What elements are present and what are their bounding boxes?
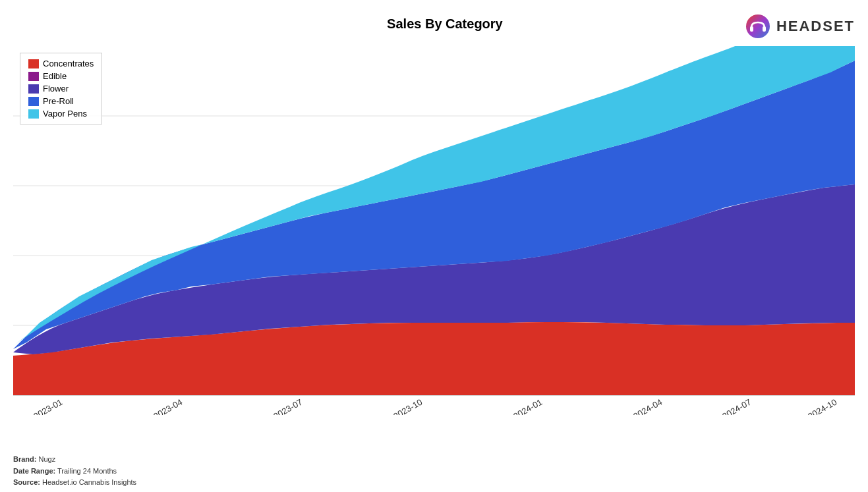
chart-footer: Brand: Nugz Date Range: Trailing 24 Mont… [13, 454, 136, 489]
legend-label-concentrates: Concentrates [43, 59, 94, 68]
x-label-2023-10: 2023-10 [391, 397, 424, 415]
x-label-2023-01: 2023-01 [32, 397, 64, 415]
legend-item-concentrates: Concentrates [28, 59, 94, 68]
svg-point-0 [746, 14, 770, 38]
svg-rect-2 [763, 26, 766, 32]
legend-color-vaporpens [28, 109, 39, 119]
legend-item-preroll: Pre-Roll [28, 96, 94, 106]
legend-label-flower: Flower [43, 84, 69, 94]
chart-header: Sales By Category HEADSET [13, 13, 855, 40]
legend-label-vaporpens: Vapor Pens [43, 109, 87, 119]
legend-label-edible: Edible [43, 71, 67, 81]
x-label-2023-04: 2023-04 [152, 397, 184, 415]
footer-source: Source: Headset.io Cannabis Insights [13, 477, 136, 489]
chart-title: Sales By Category [145, 16, 745, 32]
chart-container: Sales By Category HEADSET [0, 0, 868, 492]
x-label-2023-07: 2023-07 [272, 397, 304, 415]
x-label-2024-01: 2024-01 [511, 397, 544, 415]
footer-brand: Brand: Nugz [13, 454, 136, 466]
footer-date: Date Range: Trailing 24 Months [13, 466, 136, 478]
legend-color-concentrates [28, 59, 39, 68]
headset-logo-icon [745, 13, 771, 40]
logo-area: HEADSET [745, 13, 855, 40]
x-label-2024-07: 2024-07 [720, 397, 753, 415]
logo-text: HEADSET [776, 18, 855, 35]
legend-color-flower [28, 84, 39, 94]
legend-color-edible [28, 72, 39, 81]
legend-label-preroll: Pre-Roll [43, 96, 74, 106]
chart-legend: Concentrates Edible Flower Pre-Roll Vapo… [20, 53, 102, 124]
chart-area: Concentrates Edible Flower Pre-Roll Vapo… [13, 46, 855, 428]
legend-item-edible: Edible [28, 71, 94, 81]
x-label-2024-10: 2024-10 [806, 397, 838, 415]
area-chart-svg: 2023-01 2023-04 2023-07 2023-10 2024-01 … [13, 46, 855, 415]
x-label-2024-04: 2024-04 [631, 397, 664, 415]
legend-color-preroll [28, 97, 39, 106]
legend-item-flower: Flower [28, 84, 94, 94]
svg-rect-1 [750, 26, 753, 32]
legend-item-vaporpens: Vapor Pens [28, 109, 94, 119]
